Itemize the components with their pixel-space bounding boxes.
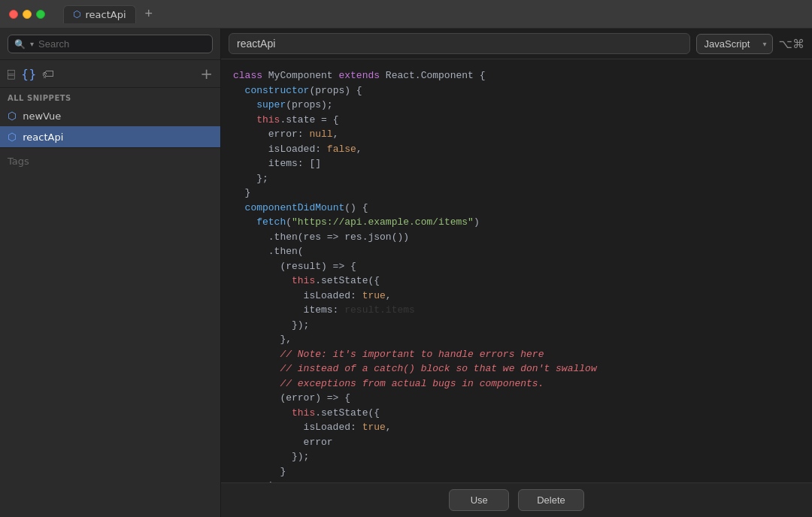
code-line-12: fetch("https://api.example.com/items") (221, 215, 812, 230)
search-container: 🔍 ▾ (0, 29, 220, 60)
maximize-button[interactable] (36, 10, 45, 19)
code-line-7: items: [] (221, 156, 812, 171)
code-line-16: this.setState({ (221, 274, 812, 289)
tags-label: Tags (8, 156, 29, 167)
snippet-item-reactapi[interactable]: ⬡ reactApi (0, 126, 220, 147)
code-line-1: class MyComponent extends React.Componen… (221, 68, 812, 83)
tags-icon[interactable]: 🏷 (42, 67, 54, 81)
add-tab-button[interactable]: + (141, 6, 158, 22)
use-button[interactable]: Use (449, 489, 509, 511)
code-line-19: }); (221, 318, 812, 333)
code-line-17: isLoaded: true, (221, 289, 812, 304)
editor-toolbar: JavaScript TypeScript Python CSS HTML ▾ … (221, 29, 812, 59)
snippet-label-newvue: newVue (23, 110, 61, 122)
traffic-lights (9, 10, 45, 19)
library-icon[interactable]: ⌸ (8, 67, 15, 81)
tabs-area: ⬡ reactApi + (63, 5, 803, 23)
code-line-15: (result) => { (221, 259, 812, 274)
editor-footer: Use Delete (221, 482, 812, 517)
code-line-8: }; (221, 171, 812, 186)
close-button[interactable] (9, 10, 18, 19)
code-line-22: // instead of a catch() block so that we… (221, 361, 812, 376)
search-dropdown-icon: ▾ (30, 40, 34, 48)
snippet-item-newvue[interactable]: ⬡ newVue (0, 105, 220, 126)
code-line-5: error: null, (221, 127, 812, 142)
section-label: ALL SNIPPETS (0, 88, 220, 105)
titlebar: ⬡ reactApi + (0, 0, 812, 29)
code-line-24: (error) => { (221, 391, 812, 406)
code-line-26: isLoaded: true, (221, 420, 812, 435)
search-wrapper: 🔍 ▾ (8, 35, 213, 53)
code-line-6: isLoaded: false, (221, 142, 812, 157)
add-snippet-button[interactable]: + (200, 65, 213, 83)
editor-area: JavaScript TypeScript Python CSS HTML ▾ … (221, 29, 812, 517)
tab-reactapi[interactable]: ⬡ reactApi (63, 5, 136, 23)
sidebar: 🔍 ▾ ⌸ {} 🏷 + ALL SNIPPETS ⬡ newVue ⬡ rea… (0, 29, 221, 517)
code-line-21: // Note: it's important to handle errors… (221, 347, 812, 362)
code-line-18: items: result.items (221, 303, 812, 318)
code-line-14: .then( (221, 244, 812, 259)
snippet-label-reactapi: reactApi (23, 132, 63, 143)
code-line-9: } (221, 186, 812, 201)
snippet-icon-reactapi: ⬡ (8, 131, 17, 143)
code-line-23: // exceptions from actual bugs in compon… (221, 376, 812, 392)
tags-section: Tags (0, 147, 220, 174)
delete-button[interactable]: Delete (518, 489, 584, 511)
tab-label: reactApi (85, 9, 126, 20)
code-line-27: error (221, 435, 812, 450)
code-line-2: constructor(props) { (221, 83, 812, 98)
sidebar-toolbar: ⌸ {} 🏷 + (0, 60, 220, 88)
snippets-icon[interactable]: {} (21, 67, 36, 81)
snippet-title-input[interactable] (229, 33, 690, 54)
code-line-13: .then(res => res.json()) (221, 230, 812, 245)
snippet-icon-newvue: ⬡ (8, 110, 17, 122)
code-line-3: super(props); (221, 98, 812, 113)
code-editor[interactable]: class MyComponent extends React.Componen… (221, 59, 812, 482)
main-layout: 🔍 ▾ ⌸ {} 🏷 + ALL SNIPPETS ⬡ newVue ⬡ rea… (0, 29, 812, 517)
editor-action-icon[interactable]: ⌥⌘ (779, 37, 804, 51)
code-line-28: }); (221, 449, 812, 464)
tab-snippet-icon: ⬡ (73, 9, 80, 20)
minimize-button[interactable] (23, 10, 32, 19)
search-icon: 🔍 (14, 39, 26, 50)
code-line-25: this.setState({ (221, 406, 812, 421)
search-input[interactable] (38, 38, 206, 50)
language-select[interactable]: JavaScript TypeScript Python CSS HTML (696, 34, 773, 54)
code-line-20: }, (221, 332, 812, 347)
code-line-4: this.state = { (221, 113, 812, 128)
language-select-wrapper: JavaScript TypeScript Python CSS HTML ▾ (696, 34, 773, 54)
code-line-29: } (221, 464, 812, 479)
code-line-11: componentDidMount() { (221, 201, 812, 216)
